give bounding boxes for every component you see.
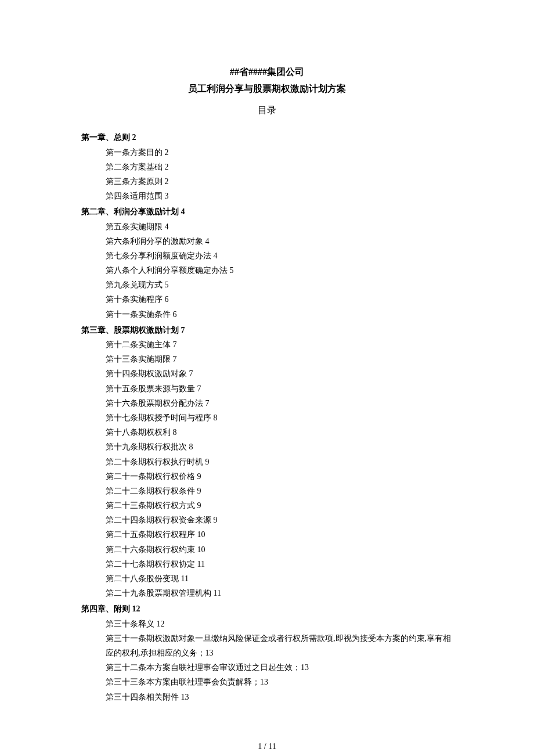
title-line1: ##省####集团公司 [81, 64, 453, 81]
toc-item: 第二十八条股份变现 11 [81, 571, 453, 586]
toc-item: 第十九条期权行权批次 8 [81, 440, 453, 454]
toc-item: 第十五条股票来源与数量 7 [81, 381, 453, 396]
toc-item: 第八条个人利润分享额度确定办法 5 [81, 263, 453, 278]
toc-item: 第七条分享利润额度确定办法 4 [81, 249, 453, 263]
chapter-heading: 第四章、附则 12 [81, 602, 453, 616]
toc-title: 目录 [81, 102, 453, 119]
toc-item: 第十八条期权权利 8 [81, 425, 453, 440]
title-block: ##省####集团公司 员工利润分享与股票期权激励计划方案 目录 [81, 64, 453, 118]
toc-item: 第二十七条期权行权协定 11 [81, 557, 453, 571]
toc-item: 第二十一条期权行权价格 9 [81, 469, 453, 484]
chapter-heading: 第三章、股票期权激励计划 7 [81, 323, 453, 337]
toc-item: 第二条方案基础 2 [81, 160, 453, 174]
toc-item: 第十七条期权授予时间与程序 8 [81, 411, 453, 425]
toc-item: 第二十四条期权行权资金来源 9 [81, 513, 453, 527]
toc-item: 第二十三条期权行权方式 9 [81, 498, 453, 513]
toc-item: 第三十二条本方案自联社理事会审议通过之日起生效；13 [81, 660, 453, 675]
toc-item: 第二十九条股票期权管理机构 11 [81, 586, 453, 600]
toc-item: 第三十三条本方案由联社理事会负责解释；13 [81, 675, 453, 689]
toc-item: 第一条方案目的 2 [81, 145, 453, 160]
toc-item: 第十条实施程序 6 [81, 292, 453, 307]
chapter-heading: 第二章、利润分享激励计划 4 [81, 204, 453, 219]
toc-item: 第十三条实施期限 7 [81, 352, 453, 366]
toc-item: 第四条适用范围 3 [81, 189, 453, 203]
chapter-heading: 第一章、总则 2 [81, 130, 453, 145]
toc-item: 第十六条股票期权分配办法 7 [81, 396, 453, 411]
toc-item: 第三条方案原则 2 [81, 174, 453, 189]
toc-item: 第三十一条期权激励对象一旦缴纳风险保证金或者行权所需款项,即视为接受本方案的约束… [81, 631, 453, 660]
toc-item: 第六条利润分享的激励对象 4 [81, 234, 453, 249]
toc-content: 第一章、总则 2 第一条方案目的 2 第二条方案基础 2 第三条方案原则 2 第… [81, 130, 453, 704]
toc-item: 第三十四条相关附件 13 [81, 690, 453, 704]
toc-item: 第二十二条期权行权条件 9 [81, 484, 453, 498]
toc-item: 第三十条释义 12 [81, 617, 453, 631]
toc-item: 第十四条期权激励对象 7 [81, 366, 453, 381]
toc-item: 第十二条实施主体 7 [81, 337, 453, 352]
toc-item: 第五条实施期限 4 [81, 219, 453, 234]
toc-item: 第十一条实施条件 6 [81, 307, 453, 322]
toc-item: 第二十五条期权行权程序 10 [81, 527, 453, 542]
page-number: 1 / 11 [81, 739, 453, 754]
title-line2: 员工利润分享与股票期权激励计划方案 [81, 81, 453, 98]
toc-item: 第二十条期权行权执行时机 9 [81, 455, 453, 469]
toc-item: 第九条兑现方式 5 [81, 278, 453, 292]
toc-item: 第二十六条期权行权约束 10 [81, 542, 453, 557]
